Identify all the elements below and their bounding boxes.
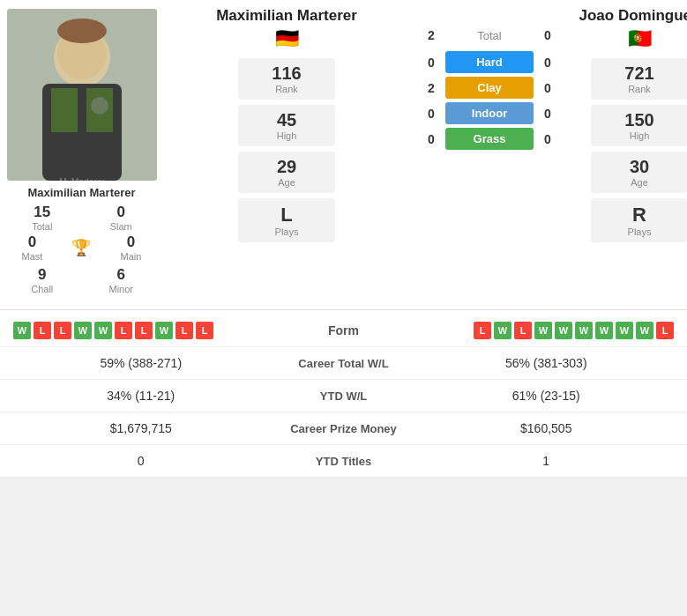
total-right-score: 0 — [539, 28, 556, 42]
indoor-label: Indoor — [445, 102, 534, 124]
right-high-value: 150 — [601, 110, 677, 130]
total-row: 2 Total 0 — [410, 28, 569, 42]
left-rank-box: 116 Rank — [238, 58, 335, 100]
right-high-label: High — [601, 130, 677, 141]
surfaces-section: 2 Total 0 0 Hard 0 2 Clay 0 0 Indoor 0 — [410, 0, 569, 305]
indoor-right-score: 0 — [539, 107, 556, 121]
svg-point-6 — [57, 19, 107, 43]
center-section: Maximilian Marterer 🇩🇪 116 Rank 45 High … — [163, 0, 410, 305]
hard-left-score: 0 — [422, 56, 440, 70]
right-rank-label: Rank — [601, 84, 677, 94]
form-badge-l: L — [514, 322, 532, 339]
left-player-stats: 15 Total 0 Slam — [7, 204, 156, 232]
right-rank-box: 721 Rank — [591, 58, 687, 100]
left-mast-value: 0 — [28, 234, 36, 251]
stat-right-value: 61% (23-15) — [423, 389, 670, 403]
clay-label: Clay — [445, 77, 534, 99]
stat-center-label: YTD W/L — [265, 390, 423, 403]
form-badge-l: L — [175, 322, 193, 339]
left-main-cell: 0 Main — [121, 234, 142, 262]
right-form-badges: LWLWWWWWWL — [474, 322, 674, 339]
stat-left-value: $1,679,715 — [18, 421, 265, 435]
left-minor-cell: 6 Minor — [86, 266, 157, 294]
right-age-value: 30 — [601, 157, 677, 177]
form-badge-w: W — [74, 322, 92, 339]
stat-row: 34% (11-21)YTD W/L61% (23-15) — [0, 380, 687, 412]
left-player-photo: M. Marterer — [7, 9, 157, 181]
left-mast-cell: 0 Mast — [22, 234, 43, 262]
left-total-cell: 15 Total — [7, 204, 78, 232]
left-minor-value: 6 — [117, 266, 125, 284]
left-lower-stats: 9 Chall 6 Minor — [7, 266, 156, 294]
stat-center-label: Career Total W/L — [265, 357, 423, 370]
left-main-value: 0 — [127, 234, 135, 251]
left-form-badges: WLLWWLLWLL — [13, 322, 213, 339]
left-chall-value: 9 — [38, 266, 46, 284]
hard-label: Hard — [445, 51, 534, 73]
right-high-box: 150 High — [591, 105, 687, 146]
form-badge-w: W — [494, 322, 512, 339]
form-badge-l: L — [135, 322, 153, 339]
form-badge-w: W — [616, 322, 633, 339]
form-badge-l: L — [474, 322, 491, 339]
clay-left-score: 2 — [422, 81, 440, 95]
form-badge-l: L — [115, 322, 132, 339]
form-label: Form — [309, 323, 379, 338]
clay-right-score: 0 — [539, 81, 556, 95]
right-age-box: 30 Age — [591, 152, 687, 193]
total-label: Total — [445, 29, 534, 42]
form-badge-w: W — [13, 322, 31, 339]
indoor-row: 0 Indoor 0 — [410, 102, 569, 124]
right-plays-box: R Plays — [591, 198, 687, 242]
left-total-value: 15 — [34, 204, 50, 221]
right-flag: 🇵🇹 — [628, 27, 652, 50]
hard-row: 0 Hard 0 — [410, 51, 569, 73]
form-badge-w: W — [595, 322, 613, 339]
left-high-box: 45 High — [238, 105, 335, 146]
grass-left-score: 0 — [422, 132, 440, 146]
stat-left-value: 59% (388-271) — [18, 356, 265, 370]
svg-rect-3 — [51, 88, 78, 132]
stat-row: 0YTD Titles1 — [0, 445, 687, 478]
grass-right-score: 0 — [539, 132, 556, 146]
stat-row: $1,679,715Career Prize Money$160,505 — [0, 412, 687, 445]
stat-right-value: 56% (381-303) — [423, 356, 670, 370]
left-rank-value: 116 — [249, 63, 325, 84]
left-chall-cell: 9 Chall — [7, 266, 78, 294]
form-badge-w: W — [534, 322, 552, 339]
form-badge-w: W — [575, 322, 593, 339]
stat-right-value: 1 — [423, 454, 670, 468]
svg-point-7 — [91, 97, 108, 115]
right-rank-value: 721 — [601, 63, 677, 84]
left-main-label: Main — [121, 251, 142, 262]
left-plays-box: L Plays — [238, 198, 335, 242]
stat-center-label: Career Prize Money — [265, 422, 423, 435]
indoor-left-score: 0 — [422, 107, 440, 121]
form-badge-w: W — [94, 322, 112, 339]
left-high-value: 45 — [249, 110, 325, 130]
form-row: WLLWWLLWLL Form LWLWWWWWWL — [0, 315, 687, 347]
divider — [0, 309, 687, 310]
left-minor-label: Minor — [108, 284, 133, 294]
svg-text:M. Marterer: M. Marterer — [59, 177, 105, 181]
left-age-box: 29 Age — [238, 152, 335, 193]
form-badge-l: L — [196, 322, 213, 339]
left-chall-label: Chall — [31, 284, 53, 294]
stats-rows: 59% (388-271)Career Total W/L56% (381-30… — [0, 347, 687, 478]
left-player-name: Maximilian Marterer — [7, 186, 156, 199]
form-badge-w: W — [636, 322, 653, 339]
left-flag: 🇩🇪 — [275, 27, 299, 50]
stat-row: 59% (388-271)Career Total W/L56% (381-30… — [0, 347, 687, 380]
left-slam-cell: 0 Slam — [86, 204, 157, 232]
left-rank-label: Rank — [249, 84, 325, 94]
stat-center-label: YTD Titles — [265, 455, 423, 468]
form-badge-l: L — [656, 322, 674, 339]
grass-label: Grass — [445, 128, 534, 150]
left-player-heading: Maximilian Marterer — [216, 7, 357, 25]
form-badge-l: L — [54, 322, 71, 339]
left-total-label: Total — [32, 221, 52, 232]
form-badge-l: L — [34, 322, 51, 339]
left-player-section: M. Marterer Maximilian Marterer 15 Total… — [0, 0, 163, 305]
left-age-label: Age — [249, 177, 325, 188]
form-badge-w: W — [555, 322, 572, 339]
